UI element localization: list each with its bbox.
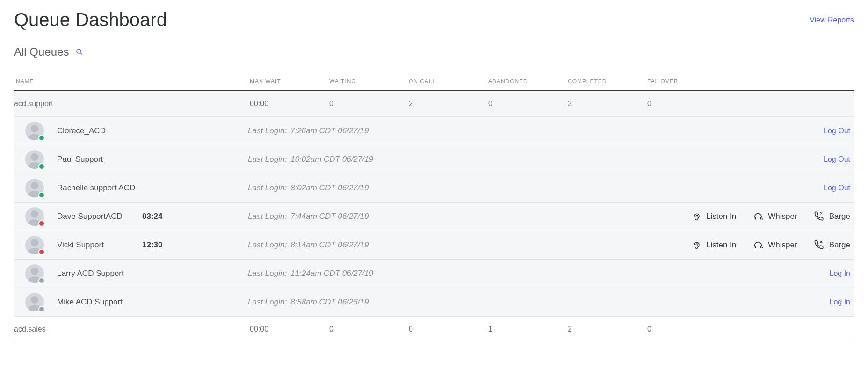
svg-point-9 [31, 268, 38, 275]
status-indicator-icon [38, 220, 45, 227]
log-out-button[interactable]: Log Out [824, 127, 850, 135]
svg-point-4 [31, 182, 38, 189]
last-login-label: Last Login [248, 297, 287, 307]
queue-summary-row[interactable]: acd.support 00:00 0 2 0 3 0 [14, 91, 854, 117]
barge-icon [814, 240, 825, 250]
queue-waiting: 0 [327, 100, 407, 108]
queue-name: acd.support [14, 100, 248, 108]
queue-completed: 3 [566, 100, 645, 108]
svg-point-0 [77, 49, 81, 53]
agent-name: Mike ACD Support [57, 297, 137, 307]
svg-line-1 [81, 53, 83, 55]
barge-label: Barge [829, 240, 850, 250]
barge-button[interactable]: Barge [814, 211, 850, 222]
log-in-button[interactable]: Log In [830, 298, 850, 306]
queue-name: acd.sales [14, 325, 248, 333]
agent-name: Rachelle support ACD [57, 183, 137, 193]
col-on-call: ON CALL [407, 78, 486, 85]
log-in-button[interactable]: Log In [830, 269, 850, 278]
agent-row: Larry ACD Support Last Login 11:24am CDT… [14, 260, 854, 288]
agent-actions: Listen InWhisperBarge [692, 211, 854, 222]
col-failover: FAILOVER [645, 78, 854, 85]
last-login-label: Last Login [248, 212, 287, 221]
status-indicator-icon [38, 277, 45, 284]
queue-failover: 0 [645, 100, 854, 108]
search-icon[interactable] [75, 48, 84, 56]
agent-call-timer: 12:30 [142, 240, 162, 250]
whisper-label: Whisper [768, 240, 797, 250]
barge-icon [814, 211, 825, 222]
col-name: NAME [14, 78, 248, 85]
status-indicator-icon [38, 306, 45, 312]
agent-actions: Log In [830, 269, 854, 278]
agent-actions: Log In [830, 298, 854, 306]
last-login-label: Last Login [248, 155, 287, 164]
queue-on-call: 0 [407, 325, 486, 333]
last-login-value: 11:24am CDT 06/27/19 [290, 269, 373, 278]
agent-actions: Listen InWhisperBarge [692, 240, 854, 250]
agent-name: Paul Support [57, 155, 137, 164]
listen-in-icon [692, 240, 702, 250]
queue-abandoned: 1 [486, 325, 566, 333]
status-indicator-icon [38, 192, 45, 198]
svg-point-7 [31, 239, 38, 246]
svg-point-2 [31, 125, 38, 132]
agent-call-timer: 03:24 [142, 212, 162, 221]
view-reports-link[interactable]: View Reports [810, 16, 854, 24]
listen-in-icon [692, 211, 702, 222]
agent-name: Dave SupportACD [57, 212, 137, 221]
svg-point-5 [31, 210, 38, 218]
avatar [25, 207, 44, 226]
avatar [25, 150, 44, 169]
queue-table: NAME MAX WAIT WAITING ON CALL ABANDONED … [14, 72, 854, 342]
queue-waiting: 0 [327, 325, 407, 333]
last-login-value: 8:14am CDT 06/27/19 [290, 240, 369, 250]
table-header: NAME MAX WAIT WAITING ON CALL ABANDONED … [14, 72, 854, 91]
agent-row: Mike ACD Support Last Login 8:58am CDT 0… [14, 288, 854, 317]
listen-in-label: Listen In [706, 212, 736, 221]
whisper-label: Whisper [768, 212, 797, 221]
listen-in-button[interactable]: Listen In [692, 240, 736, 250]
svg-point-10 [31, 296, 38, 304]
barge-button[interactable]: Barge [814, 240, 850, 250]
col-completed: COMPLETED [566, 78, 645, 85]
avatar [25, 122, 44, 140]
log-out-button[interactable]: Log Out [824, 155, 850, 164]
queue-completed: 2 [566, 325, 645, 333]
agent-actions: Log Out [824, 184, 854, 192]
listen-in-label: Listen In [706, 240, 736, 250]
subheader-all-queues: All Queues [14, 45, 69, 58]
last-login-label: Last Login [248, 126, 287, 136]
agent-actions: Log Out [824, 155, 854, 164]
avatar [25, 236, 44, 254]
whisper-icon [753, 240, 763, 250]
whisper-button[interactable]: Whisper [753, 211, 797, 222]
agent-row: Rachelle support ACD Last Login 8:02am C… [14, 174, 854, 203]
avatar [25, 264, 44, 283]
agent-actions: Log Out [824, 127, 854, 135]
agent-name: Larry ACD Support [57, 269, 137, 278]
last-login-label: Last Login [248, 183, 287, 193]
listen-in-button[interactable]: Listen In [692, 211, 736, 222]
agent-row: Dave SupportACD 03:24 Last Login 7:44am … [14, 203, 854, 231]
last-login-label: Last Login [248, 269, 287, 278]
avatar [25, 293, 44, 311]
status-indicator-icon [38, 163, 45, 170]
last-login-value: 8:02am CDT 06/27/19 [290, 183, 369, 193]
barge-label: Barge [829, 212, 850, 221]
log-out-button[interactable]: Log Out [824, 184, 850, 192]
col-max-wait: MAX WAIT [248, 78, 327, 85]
avatar [25, 179, 44, 197]
queue-on-call: 2 [407, 100, 486, 108]
whisper-button[interactable]: Whisper [753, 240, 797, 250]
svg-point-8 [762, 247, 763, 248]
queue-max-wait: 00:00 [248, 325, 327, 333]
whisper-icon [753, 211, 763, 222]
last-login-value: 7:26am CDT 06/27/19 [290, 126, 369, 136]
svg-point-6 [762, 218, 763, 220]
agent-row: Vicki Support 12:30 Last Login 8:14am CD… [14, 231, 854, 260]
queue-summary-row[interactable]: acd.sales 00:00 0 0 1 2 0 [14, 317, 854, 342]
last-login-value: 7:44am CDT 06/27/19 [290, 212, 369, 221]
agent-row: Clorece_ACD Last Login 7:26am CDT 06/27/… [14, 117, 854, 145]
last-login-label: Last Login [248, 240, 287, 250]
